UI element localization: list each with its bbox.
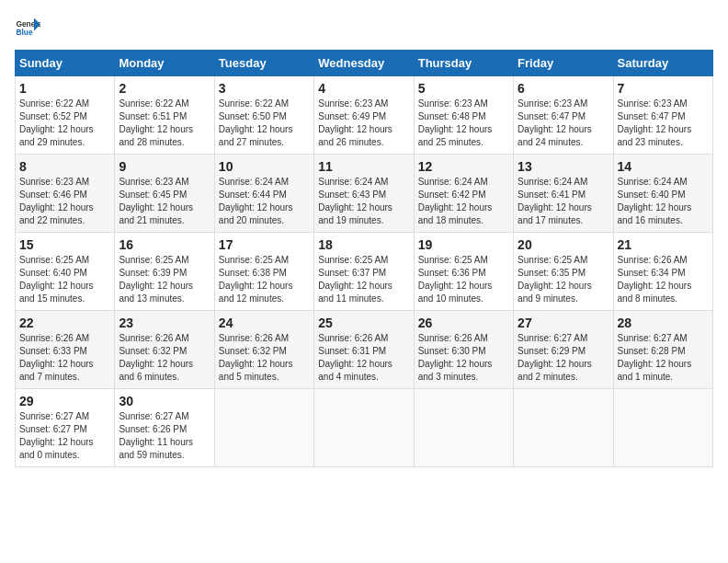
- daylight-label: Daylight: 12 hours and 22 minutes.: [19, 202, 94, 225]
- sunrise-label: Sunrise: 6:24 AM: [418, 177, 488, 187]
- daylight-label: Daylight: 12 hours and 28 minutes.: [119, 124, 193, 147]
- daylight-label: Daylight: 12 hours and 10 minutes.: [418, 281, 493, 304]
- daylight-label: Daylight: 12 hours and 8 minutes.: [618, 281, 692, 304]
- sunrise-label: Sunrise: 6:25 AM: [418, 255, 488, 265]
- sunrise-label: Sunrise: 6:27 AM: [618, 333, 688, 343]
- daylight-label: Daylight: 12 hours and 7 minutes.: [19, 359, 94, 382]
- sunset-label: Sunset: 6:32 PM: [219, 346, 287, 356]
- day-number: 3: [219, 81, 310, 96]
- day-number: 9: [119, 159, 210, 174]
- day-info: Sunrise: 6:26 AM Sunset: 6:34 PM Dayligh…: [618, 254, 709, 305]
- sunrise-label: Sunrise: 6:27 AM: [19, 411, 89, 421]
- sunrise-label: Sunrise: 6:23 AM: [318, 98, 388, 109]
- daylight-label: Daylight: 12 hours and 0 minutes.: [19, 437, 94, 460]
- daylight-label: Daylight: 12 hours and 27 minutes.: [219, 124, 293, 147]
- day-info: Sunrise: 6:25 AM Sunset: 6:39 PM Dayligh…: [119, 254, 210, 305]
- daylight-label: Daylight: 12 hours and 6 minutes.: [119, 359, 193, 382]
- daylight-label: Daylight: 12 hours and 17 minutes.: [518, 202, 592, 225]
- daylight-label: Daylight: 12 hours and 13 minutes.: [119, 281, 193, 304]
- sunset-label: Sunset: 6:40 PM: [618, 190, 686, 200]
- calendar-cell: 27 Sunrise: 6:27 AM Sunset: 6:29 PM Dayl…: [514, 311, 613, 389]
- day-number: 7: [618, 81, 709, 96]
- sunrise-label: Sunrise: 6:23 AM: [618, 98, 688, 109]
- daylight-label: Daylight: 12 hours and 23 minutes.: [618, 124, 692, 147]
- daylight-label: Daylight: 12 hours and 9 minutes.: [518, 281, 592, 304]
- daylight-label: Daylight: 12 hours and 15 minutes.: [19, 281, 94, 304]
- calendar-cell: 15 Sunrise: 6:25 AM Sunset: 6:40 PM Dayl…: [16, 233, 115, 311]
- day-number: 19: [418, 237, 509, 252]
- calendar-cell: 17 Sunrise: 6:25 AM Sunset: 6:38 PM Dayl…: [214, 233, 313, 311]
- sunrise-label: Sunrise: 6:25 AM: [318, 255, 388, 265]
- daylight-label: Daylight: 12 hours and 24 minutes.: [518, 124, 592, 147]
- sunset-label: Sunset: 6:40 PM: [19, 268, 87, 278]
- sunrise-label: Sunrise: 6:26 AM: [618, 255, 688, 265]
- calendar-cell: 23 Sunrise: 6:26 AM Sunset: 6:32 PM Dayl…: [115, 311, 214, 389]
- col-header-monday: Monday: [115, 51, 214, 76]
- day-info: Sunrise: 6:26 AM Sunset: 6:32 PM Dayligh…: [219, 332, 310, 384]
- day-number: 10: [219, 159, 310, 174]
- sunset-label: Sunset: 6:47 PM: [518, 111, 586, 121]
- calendar-week-row: 15 Sunrise: 6:25 AM Sunset: 6:40 PM Dayl…: [16, 233, 713, 311]
- day-number: 1: [19, 81, 110, 96]
- sunset-label: Sunset: 6:32 PM: [119, 346, 187, 356]
- calendar-cell: 6 Sunrise: 6:23 AM Sunset: 6:47 PM Dayli…: [514, 76, 613, 155]
- calendar-cell: 18 Sunrise: 6:25 AM Sunset: 6:37 PM Dayl…: [314, 233, 414, 311]
- sunrise-label: Sunrise: 6:24 AM: [219, 177, 289, 187]
- sunset-label: Sunset: 6:39 PM: [119, 268, 187, 278]
- calendar-cell: 10 Sunrise: 6:24 AM Sunset: 6:44 PM Dayl…: [214, 155, 313, 233]
- day-number: 8: [19, 159, 110, 174]
- calendar-cell: 3 Sunrise: 6:22 AM Sunset: 6:50 PM Dayli…: [214, 76, 313, 155]
- sunset-label: Sunset: 6:51 PM: [119, 111, 187, 121]
- daylight-label: Daylight: 12 hours and 12 minutes.: [219, 281, 293, 304]
- day-number: 17: [219, 237, 310, 252]
- day-info: Sunrise: 6:26 AM Sunset: 6:33 PM Dayligh…: [19, 332, 110, 384]
- day-number: 18: [318, 237, 409, 252]
- day-info: Sunrise: 6:23 AM Sunset: 6:49 PM Dayligh…: [318, 98, 409, 149]
- calendar-cell: 4 Sunrise: 6:23 AM Sunset: 6:49 PM Dayli…: [314, 76, 414, 155]
- sunset-label: Sunset: 6:48 PM: [418, 111, 486, 121]
- calendar-cell: 16 Sunrise: 6:25 AM Sunset: 6:39 PM Dayl…: [115, 233, 214, 311]
- day-info: Sunrise: 6:25 AM Sunset: 6:36 PM Dayligh…: [418, 254, 509, 305]
- daylight-label: Daylight: 12 hours and 29 minutes.: [19, 124, 94, 147]
- day-number: 16: [119, 237, 210, 252]
- day-number: 29: [19, 394, 110, 408]
- day-number: 15: [19, 237, 110, 252]
- daylight-label: Daylight: 11 hours and 59 minutes.: [119, 437, 193, 460]
- col-header-thursday: Thursday: [414, 51, 513, 76]
- daylight-label: Daylight: 12 hours and 11 minutes.: [318, 281, 392, 304]
- day-number: 23: [119, 316, 210, 330]
- daylight-label: Daylight: 12 hours and 20 minutes.: [219, 202, 293, 225]
- calendar-cell: 21 Sunrise: 6:26 AM Sunset: 6:34 PM Dayl…: [613, 233, 712, 311]
- day-number: 27: [518, 316, 609, 330]
- day-info: Sunrise: 6:25 AM Sunset: 6:37 PM Dayligh…: [318, 254, 409, 305]
- sunset-label: Sunset: 6:37 PM: [318, 268, 386, 278]
- sunset-label: Sunset: 6:36 PM: [418, 268, 486, 278]
- day-info: Sunrise: 6:26 AM Sunset: 6:31 PM Dayligh…: [318, 332, 409, 384]
- calendar-cell: 20 Sunrise: 6:25 AM Sunset: 6:35 PM Dayl…: [514, 233, 613, 311]
- day-number: 22: [19, 316, 110, 330]
- calendar-cell: 26 Sunrise: 6:26 AM Sunset: 6:30 PM Dayl…: [414, 311, 513, 389]
- sunset-label: Sunset: 6:35 PM: [518, 268, 586, 278]
- sunrise-label: Sunrise: 6:26 AM: [418, 333, 488, 343]
- day-info: Sunrise: 6:24 AM Sunset: 6:40 PM Dayligh…: [618, 176, 709, 227]
- daylight-label: Daylight: 12 hours and 2 minutes.: [518, 359, 592, 382]
- sunrise-label: Sunrise: 6:27 AM: [119, 411, 188, 421]
- calendar-week-row: 22 Sunrise: 6:26 AM Sunset: 6:33 PM Dayl…: [16, 311, 713, 389]
- sunset-label: Sunset: 6:46 PM: [19, 190, 87, 200]
- col-header-wednesday: Wednesday: [314, 51, 414, 76]
- day-info: Sunrise: 6:22 AM Sunset: 6:51 PM Dayligh…: [119, 98, 210, 149]
- sunset-label: Sunset: 6:26 PM: [119, 424, 187, 434]
- sunset-label: Sunset: 6:27 PM: [19, 424, 87, 434]
- day-info: Sunrise: 6:25 AM Sunset: 6:40 PM Dayligh…: [19, 254, 110, 305]
- logo-icon: General Blue: [15, 15, 40, 40]
- day-info: Sunrise: 6:23 AM Sunset: 6:47 PM Dayligh…: [518, 98, 609, 149]
- sunrise-label: Sunrise: 6:24 AM: [318, 177, 388, 187]
- day-number: 13: [518, 159, 609, 174]
- day-info: Sunrise: 6:23 AM Sunset: 6:48 PM Dayligh…: [418, 98, 509, 149]
- calendar-cell: 5 Sunrise: 6:23 AM Sunset: 6:48 PM Dayli…: [414, 76, 513, 155]
- calendar-cell: [314, 389, 414, 467]
- sunrise-label: Sunrise: 6:25 AM: [119, 255, 188, 265]
- daylight-label: Daylight: 12 hours and 26 minutes.: [318, 124, 392, 147]
- sunrise-label: Sunrise: 6:24 AM: [618, 177, 688, 187]
- sunset-label: Sunset: 6:38 PM: [219, 268, 287, 278]
